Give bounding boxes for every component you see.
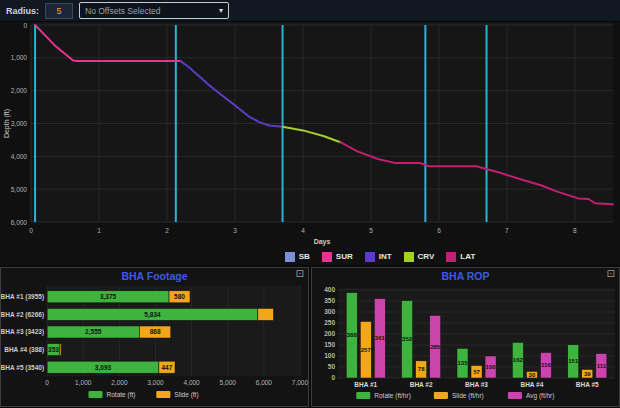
svg-text:400: 400 xyxy=(324,286,335,293)
svg-text:3: 3 xyxy=(233,227,237,234)
svg-text:3,375: 3,375 xyxy=(100,293,117,301)
svg-text:257: 257 xyxy=(361,347,372,353)
svg-text:0: 0 xyxy=(331,374,335,381)
svg-text:352: 352 xyxy=(402,336,413,342)
rop-y-axis: 050100150200250300350400 xyxy=(324,286,335,381)
svg-text:447: 447 xyxy=(161,364,172,371)
legend-swatch xyxy=(446,252,456,262)
radius-label: Radius: xyxy=(6,6,39,16)
svg-text:151: 151 xyxy=(568,358,579,364)
panel-title-bha-rop: BHA ROP xyxy=(312,268,619,284)
svg-text:135: 135 xyxy=(457,360,468,366)
svg-text:150: 150 xyxy=(324,341,335,348)
legend-swatch xyxy=(285,252,295,262)
legend-item-SUR[interactable]: SUR xyxy=(322,252,353,262)
svg-text:7: 7 xyxy=(505,227,509,234)
svg-text:388: 388 xyxy=(347,332,358,338)
panel-popout-icon[interactable]: ⊡ xyxy=(607,269,615,279)
svg-text:BHA #4 (388): BHA #4 (388) xyxy=(4,346,44,354)
svg-text:BHA #5 (3540): BHA #5 (3540) xyxy=(1,364,44,372)
svg-text:0: 0 xyxy=(45,379,49,386)
bottom-panels: BHA Footage ⊡ 3,3755805,8342,5558683533,… xyxy=(0,267,620,407)
svg-text:1,000: 1,000 xyxy=(11,54,28,61)
svg-text:7,000: 7,000 xyxy=(292,379,308,386)
svg-text:BHA #1 (3955): BHA #1 (3955) xyxy=(1,293,44,301)
svg-text:BHA #4: BHA #4 xyxy=(520,381,543,388)
svg-text:6,000: 6,000 xyxy=(11,219,28,226)
depth-plot-area xyxy=(31,22,613,222)
svg-text:Days: Days xyxy=(314,238,331,246)
legend-item-CRV[interactable]: CRV xyxy=(404,252,435,262)
bha-footage-chart-svg: 3,3755805,8342,5558683533,093447BHA #1 (… xyxy=(1,284,308,406)
svg-text:50: 50 xyxy=(328,363,336,370)
bha-rop-chart-svg: 0501001502002503003504003882573613527828… xyxy=(312,284,619,406)
svg-text:BHA #2: BHA #2 xyxy=(410,381,433,388)
panel-bha-rop: BHA ROP ⊡ 050100150200250300350400388257… xyxy=(311,267,620,407)
toolbar: Radius: No Offsets Selected ▾ xyxy=(0,0,620,22)
svg-text:250: 250 xyxy=(324,319,335,326)
footage-category-labels: BHA #1 (3955)BHA #2 (6266)BHA #3 (3423)B… xyxy=(1,293,44,371)
legend-label: LAT xyxy=(460,252,475,261)
offsets-dropdown-value: No Offsets Selected xyxy=(85,6,160,16)
svg-text:39: 39 xyxy=(584,371,591,377)
svg-text:285: 285 xyxy=(430,344,441,350)
svg-text:8: 8 xyxy=(573,227,577,234)
svg-text:Rotate (ft): Rotate (ft) xyxy=(107,391,136,399)
svg-text:300: 300 xyxy=(324,308,335,315)
rop-legend[interactable]: Rotate (ft/hr)Slide (ft/hr)Avg (ft/hr) xyxy=(356,392,554,400)
svg-text:6: 6 xyxy=(437,227,441,234)
svg-text:200: 200 xyxy=(324,330,335,337)
legend-swatch xyxy=(365,252,375,262)
svg-text:BHA #2 (6266): BHA #2 (6266) xyxy=(1,311,44,319)
panel-popout-icon[interactable]: ⊡ xyxy=(296,269,304,279)
offsets-dropdown[interactable]: No Offsets Selected ▾ xyxy=(79,2,229,19)
svg-text:1,000: 1,000 xyxy=(75,379,92,386)
svg-text:30: 30 xyxy=(529,372,536,378)
svg-text:5: 5 xyxy=(369,227,373,234)
svg-text:1: 1 xyxy=(97,227,101,234)
radius-input[interactable] xyxy=(45,3,73,19)
legend-swatch xyxy=(404,252,414,262)
legend-item-SB[interactable]: SB xyxy=(285,252,310,262)
svg-text:100: 100 xyxy=(486,364,497,370)
depth-time-chart: 01,0002,0003,0004,0005,0006,000012345678… xyxy=(0,22,620,265)
svg-text:0: 0 xyxy=(23,22,27,29)
svg-text:Slide (ft): Slide (ft) xyxy=(174,391,198,399)
legend-swatch xyxy=(322,252,332,262)
svg-text:4,000: 4,000 xyxy=(11,153,28,160)
svg-text:116: 116 xyxy=(541,362,551,368)
svg-text:0: 0 xyxy=(29,227,33,234)
depth-time-chart-svg: 01,0002,0003,0004,0005,0006,000012345678… xyxy=(0,22,620,248)
svg-text:361: 361 xyxy=(375,335,386,341)
svg-text:353: 353 xyxy=(48,346,59,353)
svg-text:162: 162 xyxy=(513,357,524,363)
svg-text:6,000: 6,000 xyxy=(256,379,273,386)
svg-text:BHA #3: BHA #3 xyxy=(465,381,488,388)
legend-label: SUR xyxy=(336,252,353,261)
panel-title-bha-footage: BHA Footage xyxy=(1,268,308,284)
svg-text:350: 350 xyxy=(324,297,335,304)
legend-item-INT[interactable]: INT xyxy=(365,252,392,262)
chevron-down-icon: ▾ xyxy=(219,7,223,15)
legend-label: INT xyxy=(379,252,392,261)
svg-text:2,000: 2,000 xyxy=(11,87,28,94)
svg-text:100: 100 xyxy=(324,352,335,359)
svg-text:868: 868 xyxy=(150,329,161,336)
svg-text:2: 2 xyxy=(165,227,169,234)
footage-legend[interactable]: Rotate (ft)Slide (ft) xyxy=(88,391,198,399)
svg-text:BHA #5: BHA #5 xyxy=(576,381,599,388)
svg-text:BHA #3 (3423): BHA #3 (3423) xyxy=(1,329,44,337)
svg-text:4: 4 xyxy=(301,227,305,234)
depth-chart-legend: SBSURINTCRVLAT xyxy=(0,248,620,265)
svg-text:Avg (ft/hr): Avg (ft/hr) xyxy=(526,392,554,400)
svg-text:5,834: 5,834 xyxy=(144,311,161,319)
panel-bha-footage: BHA Footage ⊡ 3,3755805,8342,5558683533,… xyxy=(0,267,309,407)
legend-item-LAT[interactable]: LAT xyxy=(446,252,475,262)
svg-text:57: 57 xyxy=(473,369,480,375)
svg-text:2,000: 2,000 xyxy=(111,379,128,386)
svg-text:3,000: 3,000 xyxy=(11,120,28,127)
svg-text:Depth (ft): Depth (ft) xyxy=(3,109,11,138)
legend-label: SB xyxy=(299,252,310,261)
svg-text:2,555: 2,555 xyxy=(85,329,102,337)
svg-text:5,000: 5,000 xyxy=(220,379,237,386)
